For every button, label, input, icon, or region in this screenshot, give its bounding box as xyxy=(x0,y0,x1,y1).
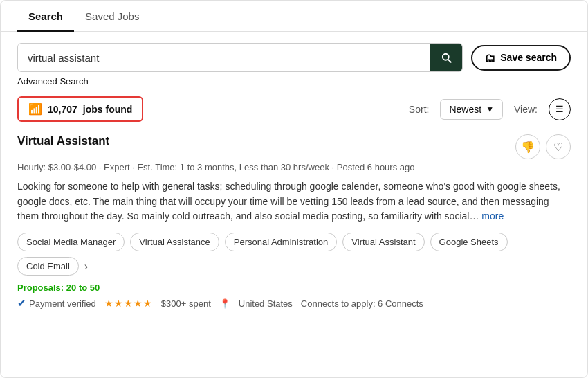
search-icon xyxy=(440,51,452,64)
proposals: Proposals: 20 to 50 xyxy=(17,282,571,293)
view-label: View: xyxy=(514,104,538,115)
view-button[interactable]: ☰ xyxy=(549,98,571,120)
amount-spent: $300+ spent xyxy=(161,298,211,309)
location-text: United States xyxy=(239,298,293,309)
sort-view-controls: Sort: Newest ▼ View: ☰ xyxy=(409,98,571,120)
job-listing: Virtual Assistant 👎 ♡ Hourly: $3.00-$4.0… xyxy=(1,122,587,318)
proposals-value: 20 to 50 xyxy=(66,282,100,293)
tag-social-media-manager[interactable]: Social Media Manager xyxy=(17,233,125,251)
location-icon: 📍 xyxy=(219,298,230,309)
job-meta: Hourly: $3.00-$4.00 · Expert · Est. Time… xyxy=(17,162,571,172)
tags-arrow-icon[interactable]: › xyxy=(84,260,88,273)
check-circle-icon: ✔ xyxy=(17,297,26,309)
search-area: 🗂 Save search xyxy=(1,32,587,72)
search-input[interactable] xyxy=(18,44,430,71)
save-search-button[interactable]: 🗂 Save search xyxy=(471,45,571,71)
jobs-count: 10,707 xyxy=(48,104,77,115)
folder-icon: 🗂 xyxy=(485,52,495,64)
tag-virtual-assistance[interactable]: Virtual Assistance xyxy=(130,233,219,251)
list-view-icon: ☰ xyxy=(555,105,564,114)
job-header: Virtual Assistant 👎 ♡ xyxy=(17,134,571,159)
proposals-label: Proposals: xyxy=(17,282,64,293)
heart-icon: ♡ xyxy=(553,141,563,154)
sort-select[interactable]: Newest ▼ xyxy=(440,99,503,120)
tag-virtual-assistant[interactable]: Virtual Assistant xyxy=(342,233,424,251)
sort-label: Sort: xyxy=(409,104,430,115)
tabs-container: Search Saved Jobs xyxy=(1,1,587,32)
advanced-search-link[interactable]: Advanced Search xyxy=(1,72,587,87)
search-box xyxy=(17,43,463,72)
save-job-button[interactable]: ♡ xyxy=(546,134,571,159)
sort-value: Newest xyxy=(449,104,481,115)
tag-google-sheets[interactable]: Google Sheets xyxy=(430,233,508,251)
job-actions: 👎 ♡ xyxy=(515,134,571,159)
tag-personal-administration[interactable]: Personal Administration xyxy=(225,233,338,251)
payment-verified: ✔ Payment verified xyxy=(17,297,96,309)
tab-saved-jobs[interactable]: Saved Jobs xyxy=(74,1,150,32)
job-title[interactable]: Virtual Assistant xyxy=(17,134,109,148)
client-info: ✔ Payment verified ★★★★★ $300+ spent 📍 U… xyxy=(17,297,571,309)
job-description: Looking for someone to help with general… xyxy=(17,179,571,224)
payment-verified-label: Payment verified xyxy=(29,298,96,309)
connects-text: Connects to apply: 6 Connects xyxy=(301,298,423,309)
dislike-button[interactable]: 👎 xyxy=(515,134,540,159)
search-button[interactable] xyxy=(430,44,462,71)
more-link[interactable]: more xyxy=(481,210,504,222)
chevron-down-icon: ▼ xyxy=(486,105,494,114)
results-bar: 📶 10,707 jobs found Sort: Newest ▼ View:… xyxy=(1,87,587,122)
save-search-label: Save search xyxy=(500,52,557,63)
tab-search[interactable]: Search xyxy=(17,1,74,32)
job-description-text: Looking for someone to help with general… xyxy=(17,181,560,222)
thumbs-down-icon: 👎 xyxy=(521,141,535,154)
wifi-icon: 📶 xyxy=(28,102,42,116)
jobs-suffix: jobs found xyxy=(83,104,133,115)
tag-cold-email[interactable]: Cold Email xyxy=(17,257,79,276)
star-rating: ★★★★★ xyxy=(104,298,153,309)
jobs-found-box: 📶 10,707 jobs found xyxy=(17,96,143,122)
tags-container: Social Media Manager Virtual Assistance … xyxy=(17,233,571,276)
